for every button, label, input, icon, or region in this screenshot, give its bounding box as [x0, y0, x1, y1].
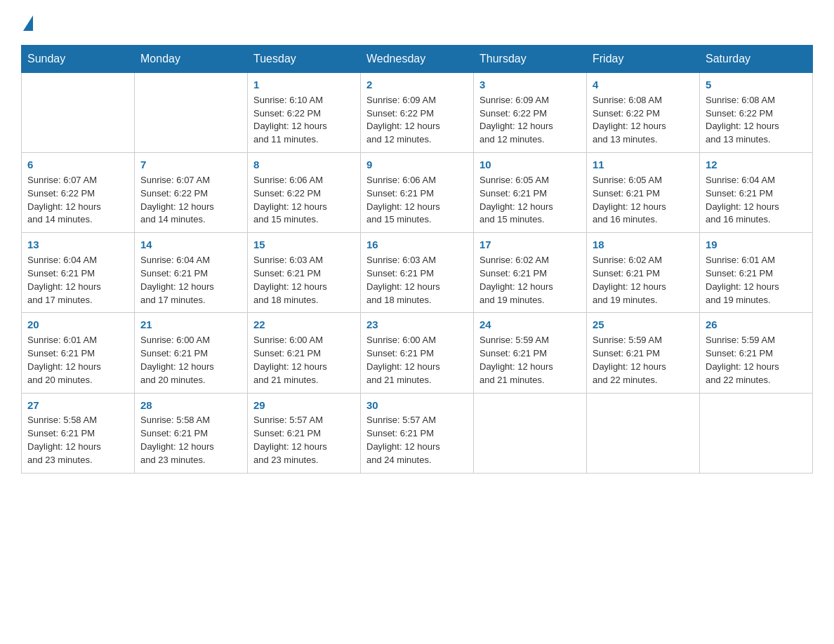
- calendar-cell: 11Sunrise: 6:05 AMSunset: 6:21 PMDayligh…: [587, 153, 700, 233]
- calendar-cell: 28Sunrise: 5:58 AMSunset: 6:21 PMDayligh…: [135, 393, 248, 473]
- calendar-cell: 27Sunrise: 5:58 AMSunset: 6:21 PMDayligh…: [22, 393, 135, 473]
- day-info: Sunrise: 5:59 AMSunset: 6:21 PMDaylight:…: [706, 334, 807, 387]
- weekday-header-saturday: Saturday: [700, 46, 813, 73]
- calendar-header: SundayMondayTuesdayWednesdayThursdayFrid…: [22, 46, 813, 73]
- day-number: 16: [366, 237, 468, 253]
- day-number: 2: [366, 77, 468, 93]
- calendar-cell: 2Sunrise: 6:09 AMSunset: 6:22 PMDaylight…: [361, 73, 474, 153]
- day-number: 29: [253, 398, 355, 413]
- day-info: Sunrise: 6:03 AMSunset: 6:21 PMDaylight:…: [366, 254, 468, 307]
- calendar-cell: 30Sunrise: 5:57 AMSunset: 6:21 PMDayligh…: [361, 393, 474, 473]
- calendar-cell: 15Sunrise: 6:03 AMSunset: 6:21 PMDayligh…: [248, 233, 361, 313]
- day-number: 28: [140, 398, 241, 413]
- calendar-cell: [474, 393, 587, 473]
- calendar-week-1: 1Sunrise: 6:10 AMSunset: 6:22 PMDaylight…: [22, 73, 813, 153]
- calendar-cell: [22, 73, 135, 153]
- day-info: Sunrise: 6:05 AMSunset: 6:21 PMDaylight:…: [593, 174, 694, 227]
- day-number: 23: [366, 317, 468, 333]
- day-info: Sunrise: 6:09 AMSunset: 6:22 PMDaylight:…: [366, 94, 468, 147]
- day-number: 8: [253, 157, 355, 173]
- day-info: Sunrise: 6:00 AMSunset: 6:21 PMDaylight:…: [366, 334, 468, 387]
- calendar-cell: 25Sunrise: 5:59 AMSunset: 6:21 PMDayligh…: [587, 313, 700, 393]
- day-number: 25: [593, 317, 694, 333]
- calendar-cell: 23Sunrise: 6:00 AMSunset: 6:21 PMDayligh…: [361, 313, 474, 393]
- logo-triangle-icon: [23, 15, 33, 31]
- calendar-cell: 13Sunrise: 6:04 AMSunset: 6:21 PMDayligh…: [22, 233, 135, 313]
- day-number: 9: [366, 157, 468, 173]
- day-number: 4: [593, 77, 694, 93]
- calendar-week-4: 20Sunrise: 6:01 AMSunset: 6:21 PMDayligh…: [22, 313, 813, 393]
- day-info: Sunrise: 6:06 AMSunset: 6:22 PMDaylight:…: [253, 174, 355, 227]
- day-info: Sunrise: 6:10 AMSunset: 6:22 PMDaylight:…: [253, 94, 355, 147]
- calendar-cell: 18Sunrise: 6:02 AMSunset: 6:21 PMDayligh…: [587, 233, 700, 313]
- day-number: 18: [593, 237, 694, 253]
- day-number: 14: [140, 237, 241, 253]
- calendar-cell: 22Sunrise: 6:00 AMSunset: 6:21 PMDayligh…: [248, 313, 361, 393]
- day-info: Sunrise: 6:04 AMSunset: 6:21 PMDaylight:…: [27, 254, 128, 307]
- day-number: 7: [140, 157, 241, 173]
- day-number: 17: [479, 237, 581, 253]
- calendar-cell: 26Sunrise: 5:59 AMSunset: 6:21 PMDayligh…: [700, 313, 813, 393]
- weekday-header-thursday: Thursday: [474, 46, 587, 73]
- day-number: 26: [706, 317, 807, 333]
- calendar-cell: 3Sunrise: 6:09 AMSunset: 6:22 PMDaylight…: [474, 73, 587, 153]
- calendar-cell: 1Sunrise: 6:10 AMSunset: 6:22 PMDaylight…: [248, 73, 361, 153]
- day-info: Sunrise: 6:04 AMSunset: 6:21 PMDaylight:…: [706, 174, 807, 227]
- day-info: Sunrise: 5:58 AMSunset: 6:21 PMDaylight:…: [27, 414, 128, 467]
- day-info: Sunrise: 6:00 AMSunset: 6:21 PMDaylight:…: [253, 334, 355, 387]
- calendar-cell: 6Sunrise: 6:07 AMSunset: 6:22 PMDaylight…: [22, 153, 135, 233]
- day-info: Sunrise: 6:04 AMSunset: 6:21 PMDaylight:…: [140, 254, 241, 307]
- calendar-cell: 19Sunrise: 6:01 AMSunset: 6:21 PMDayligh…: [700, 233, 813, 313]
- day-number: 22: [253, 317, 355, 333]
- weekday-header-monday: Monday: [135, 46, 248, 73]
- calendar-cell: 20Sunrise: 6:01 AMSunset: 6:21 PMDayligh…: [22, 313, 135, 393]
- calendar-cell: 29Sunrise: 5:57 AMSunset: 6:21 PMDayligh…: [248, 393, 361, 473]
- calendar-cell: 5Sunrise: 6:08 AMSunset: 6:22 PMDaylight…: [700, 73, 813, 153]
- calendar-cell: 17Sunrise: 6:02 AMSunset: 6:21 PMDayligh…: [474, 233, 587, 313]
- calendar-body: 1Sunrise: 6:10 AMSunset: 6:22 PMDaylight…: [22, 73, 813, 474]
- weekday-header-sunday: Sunday: [22, 46, 135, 73]
- day-number: 21: [140, 317, 241, 333]
- day-number: 20: [27, 317, 128, 333]
- calendar-cell: 21Sunrise: 6:00 AMSunset: 6:21 PMDayligh…: [135, 313, 248, 393]
- day-info: Sunrise: 6:03 AMSunset: 6:21 PMDaylight:…: [253, 254, 355, 307]
- day-info: Sunrise: 6:02 AMSunset: 6:21 PMDaylight:…: [593, 254, 694, 307]
- calendar-cell: 12Sunrise: 6:04 AMSunset: 6:21 PMDayligh…: [700, 153, 813, 233]
- day-info: Sunrise: 6:09 AMSunset: 6:22 PMDaylight:…: [479, 94, 581, 147]
- weekday-header-tuesday: Tuesday: [248, 46, 361, 73]
- calendar-cell: 9Sunrise: 6:06 AMSunset: 6:21 PMDaylight…: [361, 153, 474, 233]
- calendar-cell: 14Sunrise: 6:04 AMSunset: 6:21 PMDayligh…: [135, 233, 248, 313]
- day-info: Sunrise: 6:05 AMSunset: 6:21 PMDaylight:…: [479, 174, 581, 227]
- calendar-cell: [135, 73, 248, 153]
- logo: [21, 14, 33, 31]
- day-info: Sunrise: 6:06 AMSunset: 6:21 PMDaylight:…: [366, 174, 468, 227]
- day-info: Sunrise: 6:07 AMSunset: 6:22 PMDaylight:…: [140, 174, 241, 227]
- day-number: 24: [479, 317, 581, 333]
- day-number: 30: [366, 398, 468, 413]
- calendar-week-3: 13Sunrise: 6:04 AMSunset: 6:21 PMDayligh…: [22, 233, 813, 313]
- day-info: Sunrise: 6:01 AMSunset: 6:21 PMDaylight:…: [706, 254, 807, 307]
- day-info: Sunrise: 6:08 AMSunset: 6:22 PMDaylight:…: [593, 94, 694, 147]
- day-number: 6: [27, 157, 128, 173]
- weekday-header-wednesday: Wednesday: [361, 46, 474, 73]
- calendar-cell: [700, 393, 813, 473]
- page-header: [21, 14, 813, 31]
- day-info: Sunrise: 5:57 AMSunset: 6:21 PMDaylight:…: [253, 414, 355, 467]
- day-number: 11: [593, 157, 694, 173]
- weekday-header-friday: Friday: [587, 46, 700, 73]
- day-number: 19: [706, 237, 807, 253]
- day-info: Sunrise: 6:08 AMSunset: 6:22 PMDaylight:…: [706, 94, 807, 147]
- day-info: Sunrise: 6:00 AMSunset: 6:21 PMDaylight:…: [140, 334, 241, 387]
- day-number: 27: [27, 398, 128, 413]
- day-number: 3: [479, 77, 581, 93]
- calendar-week-2: 6Sunrise: 6:07 AMSunset: 6:22 PMDaylight…: [22, 153, 813, 233]
- calendar-table: SundayMondayTuesdayWednesdayThursdayFrid…: [21, 45, 813, 474]
- day-number: 10: [479, 157, 581, 173]
- day-info: Sunrise: 5:57 AMSunset: 6:21 PMDaylight:…: [366, 414, 468, 467]
- day-info: Sunrise: 6:01 AMSunset: 6:21 PMDaylight:…: [27, 334, 128, 387]
- calendar-week-5: 27Sunrise: 5:58 AMSunset: 6:21 PMDayligh…: [22, 393, 813, 473]
- day-number: 1: [253, 77, 355, 93]
- calendar-cell: 24Sunrise: 5:59 AMSunset: 6:21 PMDayligh…: [474, 313, 587, 393]
- day-number: 12: [706, 157, 807, 173]
- day-number: 15: [253, 237, 355, 253]
